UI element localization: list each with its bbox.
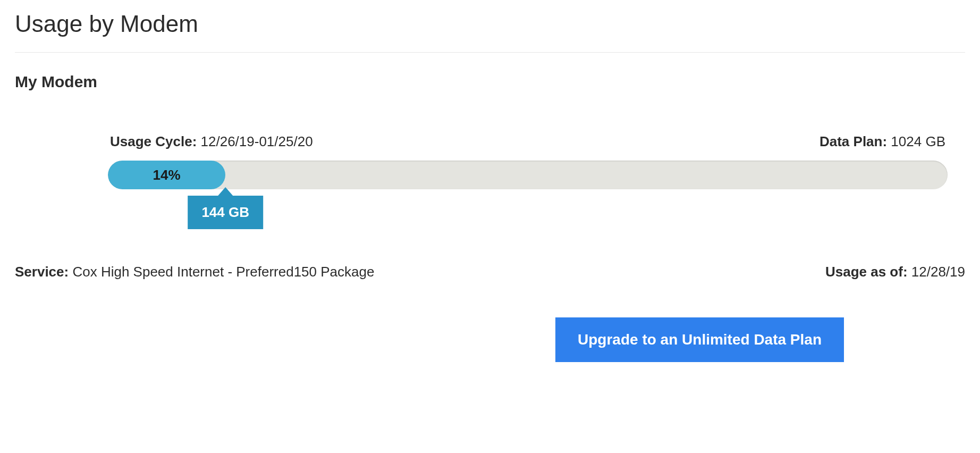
service-label: Service: — [15, 264, 69, 280]
modem-name-heading: My Modem — [15, 73, 965, 91]
page-title: Usage by Modem — [15, 11, 965, 37]
usage-asof-value: 12/28/19 — [911, 264, 965, 280]
usage-tooltip: 144 GB — [188, 196, 263, 229]
progress-percent-text: 14% — [153, 167, 181, 183]
usage-used-text: 144 GB — [201, 204, 249, 220]
section-divider — [15, 52, 965, 53]
progress-fill: 14% — [108, 161, 225, 189]
usage-cycle-value: 12/26/19-01/25/20 — [201, 133, 313, 149]
usage-asof-label: Usage as of: — [825, 264, 908, 280]
service-group: Service: Cox High Speed Internet - Prefe… — [15, 264, 374, 280]
usage-cycle-group: Usage Cycle: 12/26/19-01/25/20 — [110, 133, 313, 150]
data-plan-label: Data Plan: — [820, 133, 887, 149]
data-plan-value: 1024 GB — [891, 133, 945, 149]
upgrade-plan-button[interactable]: Upgrade to an Unlimited Data Plan — [555, 317, 844, 362]
usage-asof-group: Usage as of: 12/28/19 — [825, 264, 965, 280]
progress-track: 14% — [108, 161, 948, 189]
usage-cycle-label: Usage Cycle: — [110, 133, 197, 149]
cta-row: Upgrade to an Unlimited Data Plan — [15, 317, 965, 362]
service-value: Cox High Speed Internet - Preferred150 P… — [72, 264, 374, 280]
usage-labels-row: Usage Cycle: 12/26/19-01/25/20 Data Plan… — [108, 133, 948, 150]
service-info-row: Service: Cox High Speed Internet - Prefe… — [15, 264, 965, 280]
data-plan-group: Data Plan: 1024 GB — [820, 133, 945, 150]
usage-progress: 14% 144 GB — [108, 161, 948, 189]
usage-block: Usage Cycle: 12/26/19-01/25/20 Data Plan… — [108, 133, 948, 189]
